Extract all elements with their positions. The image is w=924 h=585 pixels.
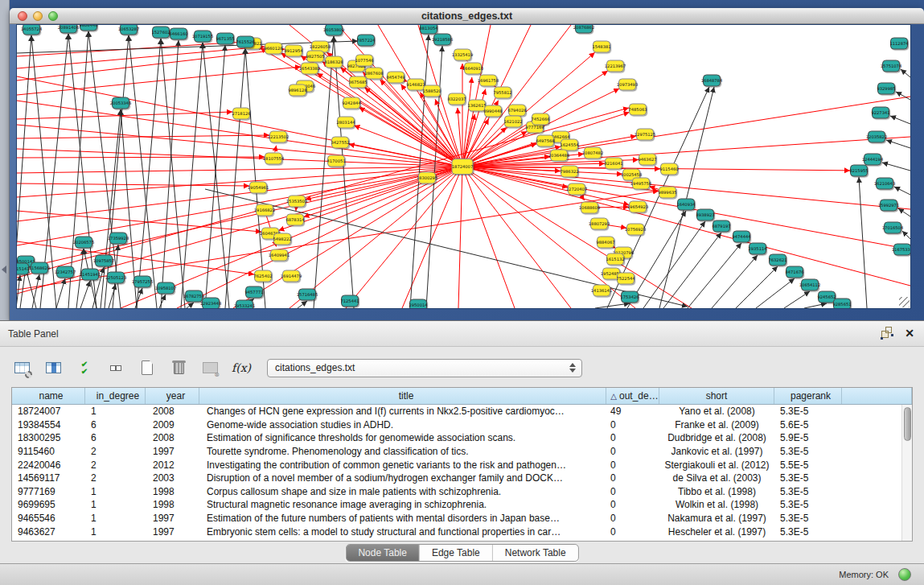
table-cell[interactable]: 9115460 xyxy=(12,446,85,457)
graph-node[interactable]: 20364486 xyxy=(548,150,569,161)
table-selector-dropdown[interactable]: citations_edges.txt xyxy=(267,359,582,377)
graph-node[interactable]: 18107554 xyxy=(263,153,285,164)
maximize-window-icon[interactable] xyxy=(48,11,58,21)
graph-node[interactable]: 9884067 xyxy=(596,237,614,248)
table-cell[interactable]: 1 xyxy=(85,526,146,538)
graph-node[interactable]: 8322037 xyxy=(447,93,466,105)
graph-edge[interactable] xyxy=(17,135,269,138)
table-cell[interactable]: 2 xyxy=(85,472,146,484)
table-cell[interactable]: 5.3E-5 xyxy=(774,526,842,538)
graph-edge[interactable] xyxy=(663,233,721,308)
graph-node[interactable]: 8813054 xyxy=(419,25,438,34)
graph-node[interactable]: 7632621 xyxy=(768,254,786,266)
graph-node[interactable]: 3427552 xyxy=(331,137,349,148)
graph-node[interactable]: 20206575 xyxy=(73,237,94,248)
graph-node[interactable]: 2935114 xyxy=(748,243,767,254)
graph-edge[interactable] xyxy=(643,221,705,308)
table-cell[interactable]: 2009 xyxy=(146,419,199,431)
graph-node[interactable]: 1615132 xyxy=(606,253,624,265)
table-row[interactable]: 946554611997Estimation of the future num… xyxy=(12,512,912,525)
graph-edge[interactable] xyxy=(17,41,358,53)
graph-node[interactable]: 8912954 xyxy=(284,45,303,56)
table-cell[interactable]: 49 xyxy=(606,406,659,417)
graph-node[interactable]: 1112874 xyxy=(889,38,909,49)
graph-node[interactable]: 18300295 xyxy=(417,172,437,183)
table-cell[interactable]: 18724007 xyxy=(12,406,85,417)
table-cell[interactable]: Yano et al. (2008) xyxy=(659,406,774,417)
graph-node[interactable]: 20891406 xyxy=(58,25,79,33)
graph-edge[interactable] xyxy=(712,255,758,308)
table-row[interactable]: 1456911722003Disruption of a novel membe… xyxy=(12,472,912,485)
table-cell[interactable]: 14569117 xyxy=(12,472,85,484)
graph-edge[interactable] xyxy=(187,303,194,308)
graph-node[interactable]: 20876862 xyxy=(573,25,594,33)
graph-node[interactable]: 7485063 xyxy=(628,104,647,115)
graph-node[interactable]: 9329985 xyxy=(877,83,895,94)
scrollbar-thumb[interactable] xyxy=(904,407,911,441)
graph-edge[interactable] xyxy=(804,303,827,308)
column-header-name[interactable]: name xyxy=(12,388,85,404)
graph-node[interactable]: 10807482 xyxy=(582,147,603,159)
graph-edge[interactable] xyxy=(365,88,458,163)
table-cell[interactable]: 2012 xyxy=(146,459,199,471)
graph-node[interactable]: 10688609 xyxy=(579,202,600,213)
graph-node[interactable]: 7955812 xyxy=(493,87,511,98)
graph-node[interactable]: 10975857 xyxy=(93,255,114,266)
graph-node[interactable]: 17359928 xyxy=(108,233,129,244)
graph-node[interactable]: 15992971 xyxy=(878,200,899,211)
graph-node[interactable]: 3675685 xyxy=(348,76,367,88)
table-cell[interactable]: 9463627 xyxy=(12,526,85,538)
graph-node[interactable]: 17957255 xyxy=(132,276,153,287)
graph-node[interactable]: 9671355 xyxy=(216,33,234,44)
graph-node[interactable]: 9660128 xyxy=(264,43,282,54)
table-cell[interactable]: 0 xyxy=(606,472,659,484)
graph-node[interactable]: 14136141 xyxy=(591,285,612,296)
close-panel-icon[interactable]: ✕ xyxy=(905,327,914,340)
table-cell[interactable]: Embryonic stem cells: a model to study s… xyxy=(199,526,606,538)
table-cell[interactable]: 9465546 xyxy=(12,513,85,524)
deselect-all-button[interactable] xyxy=(105,357,126,378)
column-header-in-degree[interactable]: in_degree xyxy=(85,388,146,404)
table-cell[interactable]: Changes of HCN gene expression and I(f) … xyxy=(199,406,606,417)
graph-node[interactable]: 6879197 xyxy=(712,220,730,232)
graph-node[interactable]: 10973493 xyxy=(617,79,638,90)
graph-edge[interactable] xyxy=(894,187,910,195)
table-cell[interactable]: 1998 xyxy=(146,499,199,510)
graph-node[interactable]: 8186328 xyxy=(324,56,343,68)
table-cell[interactable]: Franke et al. (2009) xyxy=(659,419,774,431)
graph-edge[interactable] xyxy=(181,43,203,308)
column-header-out-degree[interactable]: △out_de… xyxy=(606,388,659,404)
graph-node[interactable]: 9899635 xyxy=(658,187,676,198)
table-cell[interactable]: 0 xyxy=(606,446,659,457)
graph-node[interactable]: 11675333 xyxy=(892,244,910,255)
graph-node[interactable]: 9474444 xyxy=(732,231,751,242)
graph-node[interactable]: 1753426 xyxy=(620,291,639,303)
graph-edge[interactable] xyxy=(458,167,462,308)
graph-node[interactable]: 9806448 xyxy=(79,25,97,31)
close-window-icon[interactable] xyxy=(18,11,27,21)
graph-edge[interactable] xyxy=(902,231,910,239)
column-header-year[interactable]: year xyxy=(146,388,199,404)
table-cell[interactable]: 9777169 xyxy=(12,486,85,497)
graph-node[interactable]: 10958107 xyxy=(155,282,176,294)
graph-node[interactable]: 1588520 xyxy=(422,85,441,97)
graph-node[interactable]: 9457771 xyxy=(244,286,263,298)
float-panel-icon[interactable] xyxy=(881,327,893,340)
table-cell[interactable]: 6 xyxy=(85,432,146,443)
graph-edge[interactable] xyxy=(595,303,630,308)
table-row[interactable]: 1830029562008Estimation of significance … xyxy=(12,431,912,445)
memory-ok-indicator[interactable] xyxy=(898,568,911,581)
graph-edge[interactable] xyxy=(17,167,462,173)
table-cell[interactable]: Stergiakouli et al. (2012) xyxy=(659,459,774,471)
graph-node[interactable]: 12213967 xyxy=(605,60,626,72)
graph-node[interactable]: 9227341 xyxy=(871,107,889,118)
graph-node[interactable]: 6497568 xyxy=(536,135,554,146)
table-cell[interactable]: 0 xyxy=(606,526,659,538)
graph-edge[interactable] xyxy=(80,281,90,308)
select-all-button[interactable]: ✔✔ xyxy=(74,357,95,378)
table-cell[interactable]: 9699695 xyxy=(12,499,85,510)
table-cell[interactable]: 5.3E-5 xyxy=(774,472,842,484)
graph-node[interactable]: 16409941 xyxy=(269,249,290,261)
graph-node[interactable]: 7986322 xyxy=(560,166,578,177)
graph-node[interactable]: 9896128 xyxy=(288,84,306,96)
